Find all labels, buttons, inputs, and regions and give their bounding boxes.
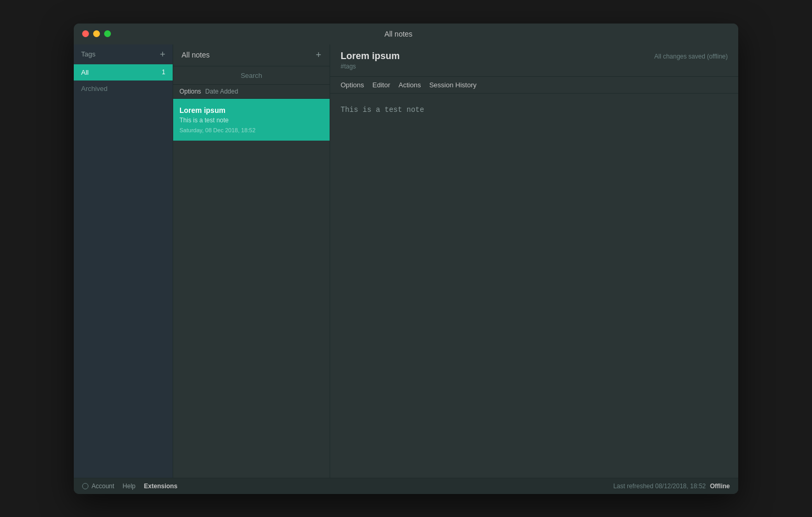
sidebar: Tags + All 1 Archived: [74, 44, 173, 478]
toolbar-actions[interactable]: Actions: [399, 81, 421, 89]
editor-body: This is a test note: [330, 94, 738, 478]
account-section: Account: [82, 482, 114, 490]
main-content: Tags + All 1 Archived All notes + Option…: [74, 44, 738, 478]
sidebar-header: Tags +: [74, 44, 173, 64]
note-item[interactable]: Lorem ipsum This is a test note Saturday…: [173, 99, 330, 141]
title-bar: All notes: [74, 24, 738, 44]
bottom-right: Last refreshed 08/12/2018, 18:52 Offline: [613, 482, 730, 490]
notes-list-panel: All notes + Options Date Added Lorem ips…: [173, 44, 330, 478]
account-link[interactable]: Account: [92, 482, 114, 490]
notes-list-title: All notes: [182, 51, 210, 59]
sidebar-archived-label: Archived: [81, 85, 108, 93]
account-circle-icon: [82, 483, 88, 489]
note-title: Lorem ipsum: [179, 106, 323, 114]
help-link[interactable]: Help: [122, 482, 136, 490]
bottom-left: Account Help Extensions: [82, 482, 177, 490]
offline-badge: Offline: [710, 482, 730, 490]
notes-list-header: All notes +: [173, 44, 330, 66]
toolbar-options[interactable]: Options: [341, 81, 364, 89]
search-bar: [173, 66, 330, 85]
search-input[interactable]: [179, 72, 323, 79]
editor-header: Lorem ipsum #tags All changes saved (off…: [330, 44, 738, 77]
app-window: All notes Tags + All 1 Archived All note…: [74, 24, 738, 494]
options-label[interactable]: Options: [179, 88, 201, 95]
notes-options-bar: Options Date Added: [173, 85, 330, 99]
add-tag-button[interactable]: +: [160, 50, 165, 59]
bottom-bar: Account Help Extensions Last refreshed 0…: [74, 478, 738, 494]
sort-label: Date Added: [205, 88, 238, 95]
add-note-button[interactable]: +: [315, 50, 321, 61]
editor-panel: Lorem ipsum #tags All changes saved (off…: [330, 44, 738, 478]
last-refreshed-label: Last refreshed 08/12/2018, 18:52: [613, 482, 706, 490]
editor-toolbar: Options Editor Actions Session History: [330, 77, 738, 94]
note-preview: This is a test note: [179, 117, 323, 124]
editor-tags: #tags: [341, 63, 400, 70]
tags-label: Tags: [81, 50, 95, 58]
editor-title: Lorem ipsum: [341, 51, 400, 62]
extensions-link[interactable]: Extensions: [144, 482, 177, 490]
window-title: All notes: [74, 30, 730, 38]
editor-title-section: Lorem ipsum #tags: [341, 51, 400, 70]
editor-content[interactable]: This is a test note: [341, 104, 728, 116]
sidebar-item-all[interactable]: All 1: [74, 64, 173, 81]
toolbar-session-history[interactable]: Session History: [429, 81, 476, 89]
sidebar-all-count: 1: [162, 68, 165, 76]
toolbar-editor[interactable]: Editor: [373, 81, 390, 89]
sidebar-all-label: All: [81, 68, 88, 76]
note-date: Saturday, 08 Dec 2018, 18:52: [179, 127, 323, 133]
editor-status: All changes saved (offline): [654, 51, 728, 60]
sidebar-item-archived[interactable]: Archived: [74, 81, 173, 97]
